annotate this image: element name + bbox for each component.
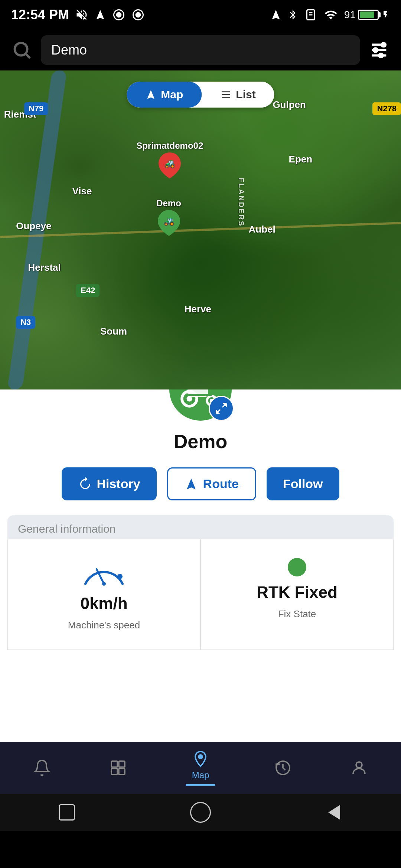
status-bar: 12:54 PM 91 (0, 0, 401, 30)
fix-state-card: RTK Fixed Fix State (200, 539, 394, 650)
map-tab-label: Map (161, 88, 183, 101)
person-icon (350, 759, 368, 777)
nav-notifications[interactable] (26, 756, 58, 780)
home-icon (190, 802, 211, 823)
history-button[interactable]: History (62, 467, 156, 500)
circle-icon1 (112, 8, 125, 22)
speed-card: 0km/h Machine's speed (7, 539, 200, 650)
battery-label: 91 (344, 9, 356, 21)
svg-point-40 (199, 755, 202, 759)
status-left: 12:54 PM (11, 7, 145, 23)
rtk-status-dot (288, 558, 306, 576)
search-bar: Demo (0, 30, 401, 70)
svg-text:🚜: 🚜 (164, 158, 175, 169)
nav-map-label: Map (192, 770, 209, 780)
road-badge-n278: N278 (372, 102, 401, 115)
map-label-vise: Vise (72, 185, 92, 197)
map-label-aubel: Aubel (249, 224, 276, 235)
android-back-button[interactable] (323, 801, 345, 823)
general-info-label: General information (18, 523, 115, 535)
svg-point-1 (117, 13, 121, 17)
charging-icon (381, 8, 390, 22)
svg-line-8 (26, 54, 30, 58)
map-area[interactable]: Riemst Gulpen Vise Epen Oupeye Aubel Her… (0, 70, 401, 389)
general-info-section: General information (7, 515, 394, 539)
follow-label: Follow (283, 477, 323, 491)
avatar-badge (209, 396, 234, 421)
svg-point-41 (356, 762, 362, 768)
speedometer-wrapper (82, 558, 126, 588)
expand-icon (215, 402, 228, 415)
follow-button[interactable]: Follow (267, 467, 339, 500)
map-tab[interactable]: Map (127, 82, 202, 108)
speed-label: Machine's speed (68, 619, 140, 631)
svg-point-33 (117, 574, 123, 579)
map-pin-icon (192, 750, 209, 768)
navigation-icon (94, 9, 106, 21)
gps-icon (270, 9, 282, 21)
road-badge-n3: N3 (16, 316, 35, 329)
route-icon (185, 477, 198, 491)
speed-value: 0km/h (80, 594, 127, 613)
nav-map[interactable]: Map (178, 747, 223, 789)
info-cards: 0km/h Machine's speed RTK Fixed Fix Stat… (7, 539, 394, 650)
svg-point-7 (15, 43, 27, 56)
history-icon (78, 477, 91, 491)
list-tab-label: List (236, 88, 255, 101)
shapes-icon (109, 759, 127, 777)
rtk-value: RTK Fixed (257, 583, 338, 602)
svg-point-35 (102, 582, 106, 586)
marker-label-sprimatdemo02: Sprimatdemo02 (136, 141, 203, 151)
search-value: Demo (51, 42, 87, 58)
filter-button[interactable] (366, 37, 392, 63)
map-label-oupeye: Oupeye (16, 220, 51, 232)
bell-icon (33, 759, 51, 777)
flanders-label: FLANDERS (237, 178, 245, 227)
nav-history[interactable] (267, 756, 299, 780)
marker-pin-red: 🚜 (159, 152, 181, 178)
route-button[interactable]: Route (167, 467, 256, 500)
map-label-gulpen: Gulpen (273, 99, 306, 111)
marker-sprimatdemo02[interactable]: Sprimatdemo02 🚜 (136, 141, 203, 178)
map-label-herstal: Herstal (28, 262, 61, 273)
android-recent-button[interactable] (56, 801, 78, 823)
speedometer-icon (82, 558, 126, 588)
bluetooth-icon (288, 8, 298, 22)
status-time: 12:54 PM (11, 7, 69, 23)
battery-icon (358, 10, 379, 20)
svg-rect-37 (119, 761, 125, 767)
rtk-label: Fix State (278, 608, 316, 620)
svg-rect-39 (119, 769, 125, 775)
nav-active-indicator (186, 784, 215, 786)
map-label-soum: Soum (100, 326, 127, 337)
search-button[interactable] (9, 37, 35, 63)
svg-rect-38 (111, 769, 117, 775)
android-home-button[interactable] (189, 801, 212, 823)
svg-point-14 (379, 54, 383, 57)
search-input[interactable]: Demo (41, 35, 360, 65)
avatar-wrapper (167, 389, 234, 423)
road-badge-n79: N79 (24, 102, 48, 115)
nav-shapes[interactable] (102, 756, 134, 780)
marker-label-demo: Demo (156, 198, 181, 208)
route-label: Route (203, 477, 239, 491)
svg-text:🚜: 🚜 (163, 216, 175, 226)
marker-pin-green: 🚜 (158, 210, 180, 236)
history-nav-icon (274, 759, 292, 777)
bottom-panel: Demo History Route Follow General inform… (0, 389, 401, 831)
svg-rect-36 (111, 761, 117, 767)
wifi-icon (323, 8, 338, 22)
recent-apps-icon (59, 804, 75, 821)
back-icon (328, 805, 340, 820)
map-list-toggle[interactable]: Map List (127, 82, 274, 108)
list-tab[interactable]: List (202, 82, 274, 108)
svg-point-12 (374, 48, 378, 52)
battery-container: 91 (344, 8, 390, 22)
battery-fill (360, 11, 374, 18)
nav-profile[interactable] (343, 756, 375, 780)
mute-icon (75, 8, 88, 22)
svg-point-3 (136, 13, 140, 17)
map-label-epen: Epen (289, 154, 313, 165)
marker-demo[interactable]: Demo 🚜 (156, 198, 181, 236)
svg-point-10 (382, 43, 385, 47)
